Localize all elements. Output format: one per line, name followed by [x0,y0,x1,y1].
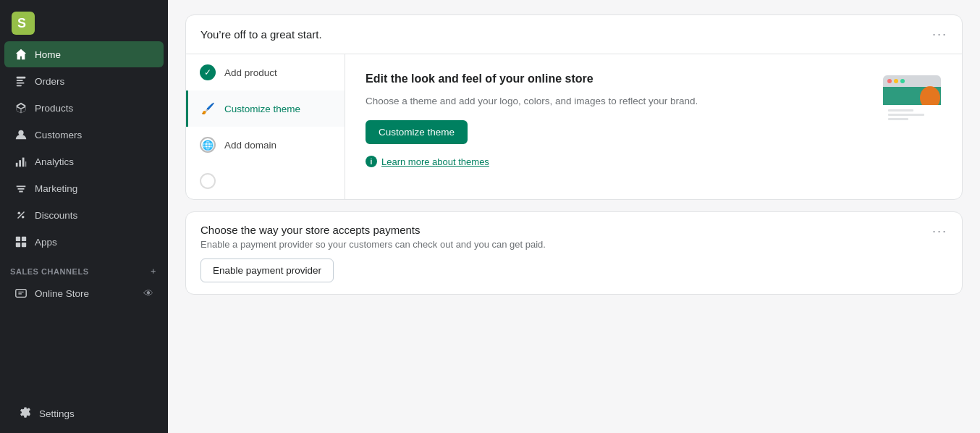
settings-icon [19,407,32,420]
sales-channels-section: SALES CHANNELS ＋ [0,256,168,279]
payments-card: Choose the way your store accepts paymen… [185,211,963,295]
customize-theme-button[interactable]: Customize theme [366,120,468,144]
svg-rect-17 [16,290,26,298]
empty-step-icon [200,173,216,189]
svg-rect-30 [888,118,908,120]
svg-rect-8 [19,160,21,167]
step-check-icon: ✓ [200,64,216,80]
sidebar-item-analytics-label: Analytics [35,156,74,167]
main-content: You’re off to a great start. ··· ✓ Add p… [168,0,980,433]
svg-rect-4 [17,83,25,84]
detail-title: Edit the look and feel of your online st… [366,72,865,87]
analytics-icon [14,155,28,168]
svg-rect-27 [883,121,941,126]
getting-started-menu[interactable]: ··· [932,27,947,42]
brush-icon: 🖌️ [200,101,216,117]
sidebar-item-discounts[interactable]: Discounts [4,202,164,228]
sidebar-item-apps-label: Apps [35,237,57,248]
sidebar-item-products[interactable]: Products [4,95,164,121]
svg-rect-13 [16,237,20,241]
sidebar-navigation: Home Orders Products [0,41,168,394]
payments-card-desc: Enable a payment provider so your custom… [200,239,546,250]
eye-icon[interactable]: 👁 [143,287,153,299]
svg-rect-16 [22,243,26,247]
sidebar-item-orders-label: Orders [35,76,64,87]
products-icon [14,101,28,114]
shopify-logo-icon: S [12,12,35,35]
sidebar-item-marketing-label: Marketing [35,183,77,194]
svg-rect-20 [883,82,941,87]
step-add-product-label: Add product [224,67,277,78]
svg-point-22 [894,79,898,83]
payments-card-header: Choose the way your store accepts paymen… [186,212,962,294]
svg-rect-15 [16,243,20,247]
learn-more-link[interactable]: i Learn more about themes [366,156,865,167]
getting-started-title: You’re off to a great start. [200,28,322,41]
sidebar-item-home[interactable]: Home [4,41,164,67]
svg-point-11 [18,212,21,215]
theme-preview-image [879,72,945,130]
svg-point-21 [887,79,892,83]
sidebar-item-marketing[interactable]: Marketing [4,175,164,201]
orders-icon [14,75,28,88]
svg-point-12 [22,216,25,219]
home-icon [14,48,28,61]
sidebar-item-apps[interactable]: Apps [4,229,164,255]
svg-text:S: S [17,16,26,30]
customers-icon [14,128,28,141]
theme-illustration [879,72,945,130]
online-store-label: Online Store [35,288,89,299]
sales-channels-label: SALES CHANNELS [10,267,89,276]
sidebar-item-customers-label: Customers [35,130,82,140]
svg-rect-29 [888,114,924,116]
detail-column: Edit the look and feel of your online st… [345,54,962,199]
step-add-domain[interactable]: 🌐 Add domain [186,127,345,163]
svg-rect-5 [17,85,22,86]
getting-started-card-header: You’re off to a great start. ··· [186,15,962,54]
svg-rect-10 [25,161,26,167]
globe-icon: 🌐 [200,137,216,153]
step-add-domain-label: Add domain [224,140,276,151]
apps-icon [14,235,28,248]
discounts-icon [14,209,28,222]
sidebar-item-orders[interactable]: Orders [4,68,164,94]
payments-card-menu[interactable]: ··· [932,224,947,239]
settings-label: Settings [39,408,75,419]
svg-rect-2 [17,77,26,79]
sidebar-item-discounts-label: Discounts [35,210,77,221]
svg-rect-3 [17,80,23,81]
step-customize-theme-label: Customize theme [224,104,300,114]
svg-rect-14 [22,237,26,241]
sidebar-settings: Settings [0,394,168,433]
getting-started-card: You’re off to a great start. ··· ✓ Add p… [185,14,963,200]
sidebar-item-home-label: Home [35,49,61,60]
svg-rect-28 [888,109,913,112]
sidebar-logo: S [0,0,168,41]
svg-rect-7 [16,163,18,167]
sidebar-item-analytics[interactable]: Analytics [4,148,164,175]
online-store-icon [14,287,28,300]
add-sales-channel-icon[interactable]: ＋ [149,266,158,277]
sidebar-item-online-store[interactable]: Online Store 👁 [4,280,164,306]
sidebar-item-products-label: Products [35,103,73,114]
sidebar-item-settings[interactable]: Settings [9,400,159,426]
sidebar-item-customers[interactable]: Customers [4,122,164,148]
detail-text: Edit the look and feel of your online st… [366,72,865,167]
enable-payment-provider-button[interactable]: Enable payment provider [200,258,334,282]
payments-card-title: Choose the way your store accepts paymen… [200,224,546,236]
step-add-product[interactable]: ✓ Add product [186,54,345,91]
sidebar: S Home Orders [0,0,168,433]
learn-link-text: Learn more about themes [381,156,489,167]
detail-description: Choose a theme and add your logo, colors… [366,94,865,109]
step-empty[interactable] [186,163,345,199]
info-icon: i [366,156,377,167]
marketing-icon [14,182,28,195]
getting-started-card-body: ✓ Add product 🖌️ Customize theme 🌐 Add d… [186,54,962,199]
steps-column: ✓ Add product 🖌️ Customize theme 🌐 Add d… [186,54,345,199]
svg-point-6 [18,130,23,135]
svg-rect-9 [22,158,25,167]
step-customize-theme[interactable]: 🖌️ Customize theme [186,91,345,127]
svg-point-23 [900,79,905,83]
